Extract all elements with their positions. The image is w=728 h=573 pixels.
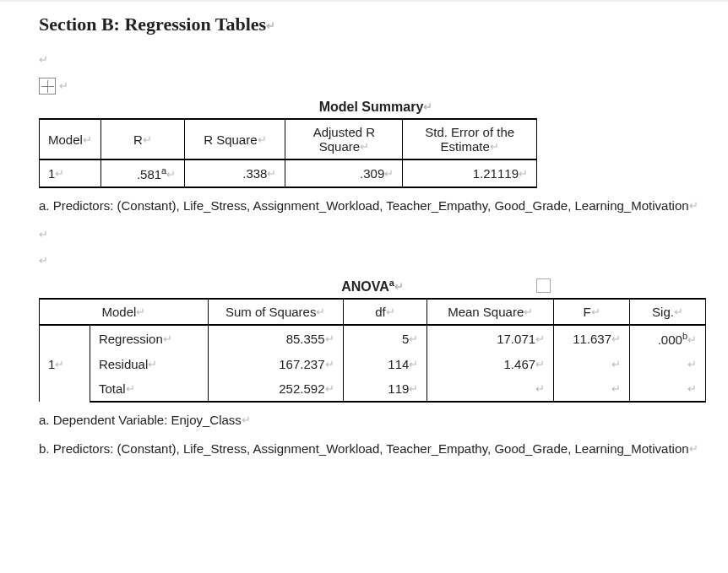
an-col-sig: Sig.↵ — [630, 299, 706, 325]
an-cell-reg-ss: 85.355↵ — [208, 325, 343, 352]
an-col-ss: Sum of Squares↵ — [208, 299, 343, 325]
model-summary-note-a: a. Predictors: (Constant), Life_Stress, … — [39, 195, 713, 217]
checkbox-icon[interactable] — [536, 278, 551, 293]
an-cell-reg-f: 11.637↵ — [554, 325, 630, 352]
empty-paragraph: ↵ — [39, 225, 713, 243]
paragraph-mark-icon: ↵ — [59, 79, 68, 92]
paragraph-mark-icon: ↵ — [39, 254, 48, 267]
ms-cell-adjrsq: .309↵ — [285, 159, 403, 187]
an-cell-tot-f: ↵ — [554, 376, 630, 402]
an-col-model: Model↵ — [40, 299, 209, 325]
an-col-df: df↵ — [343, 299, 427, 325]
paragraph-mark-icon: ↵ — [689, 442, 698, 455]
anova-title: ANOVAa↵ — [39, 278, 706, 295]
ms-cell-model: 1↵ — [40, 159, 101, 187]
section-heading-text: Section B: Regression Tables — [39, 14, 266, 35]
an-cell-res-sig: ↵ — [630, 352, 706, 376]
an-cell-res-df: 114↵ — [343, 352, 427, 376]
an-cell-reg-label: Regression↵ — [90, 325, 208, 352]
ms-col-se: Std. Error of the Estimate↵ — [403, 119, 537, 159]
ms-col-model: Model↵ — [40, 119, 101, 159]
paragraph-mark-icon: ↵ — [394, 280, 404, 293]
ms-cell-r: .581a↵ — [101, 159, 184, 187]
an-cell-reg-df: 5↵ — [343, 325, 427, 352]
an-col-ms: Mean Square↵ — [427, 299, 554, 325]
paragraph-mark-icon: ↵ — [423, 100, 432, 113]
ms-col-r: R↵ — [101, 119, 184, 159]
paragraph-mark-icon: ↵ — [242, 414, 251, 426]
section-heading: Section B: Regression Tables↵ — [39, 14, 713, 35]
model-summary-title: Model Summary↵ — [39, 100, 713, 115]
paragraph-mark-icon: ↵ — [266, 19, 275, 32]
empty-paragraph: ↵ — [39, 51, 713, 68]
anova-note-b: b. Predictors: (Constant), Life_Stress, … — [39, 438, 713, 460]
an-cell-tot-label: Total↵ — [90, 376, 208, 402]
anova-note-a: a. Dependent Variable: Enjoy_Class↵ — [39, 409, 713, 431]
an-col-f: F↵ — [554, 299, 630, 325]
an-cell-res-ss: 167.237↵ — [208, 352, 343, 376]
table-move-handle-icon[interactable] — [39, 78, 56, 95]
an-cell-reg-ms: 17.071↵ — [427, 325, 554, 352]
model-summary-title-text: Model Summary — [319, 100, 424, 114]
empty-paragraph: ↵ — [39, 251, 713, 269]
page: { "heading": "Section B: Regression Tabl… — [0, 0, 728, 573]
an-cell-model: 1↵ — [40, 325, 90, 402]
paragraph-mark-icon: ↵ — [39, 53, 48, 66]
an-cell-tot-ms: ↵ — [427, 376, 554, 402]
an-cell-res-label: Residual↵ — [90, 352, 208, 376]
an-cell-tot-sig: ↵ — [630, 376, 706, 402]
an-cell-res-ms: 1.467↵ — [427, 352, 554, 376]
ms-col-rsq: R Square↵ — [185, 119, 285, 159]
an-cell-tot-ss: 252.592↵ — [208, 376, 343, 402]
an-cell-res-f: ↵ — [554, 352, 630, 376]
an-cell-tot-df: 119↵ — [343, 376, 427, 402]
anova-table: Model↵ Sum of Squares↵ df↵ Mean Square↵ … — [39, 298, 706, 403]
paragraph-mark-icon: ↵ — [689, 199, 698, 212]
anchor-row: ↵ — [39, 77, 713, 95]
model-summary-table: Model↵ R↵ R Square↵ Adjusted R Square↵ S… — [39, 118, 537, 188]
ms-cell-se: 1.21119↵ — [403, 159, 537, 187]
ms-col-adjrsq: Adjusted R Square↵ — [285, 119, 403, 159]
anova-title-text: ANOVA — [341, 279, 389, 294]
ms-cell-rsq: .338↵ — [185, 159, 285, 187]
paragraph-mark-icon: ↵ — [39, 228, 48, 241]
an-cell-reg-sig: .000b↵ — [630, 325, 706, 352]
